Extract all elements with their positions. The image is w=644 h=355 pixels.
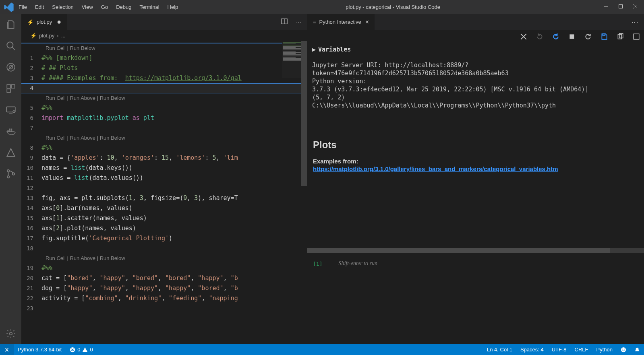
status-encoding[interactable]: UTF-8 bbox=[548, 347, 571, 353]
svg-rect-19 bbox=[11, 129, 12, 130]
status-language[interactable]: Python bbox=[592, 347, 617, 353]
interactive-output[interactable]: Jupyter Server URI: http://localhost:888… bbox=[307, 55, 644, 131]
status-problems[interactable]: 0 0 bbox=[66, 347, 97, 353]
svg-point-22 bbox=[12, 173, 14, 175]
menu-selection[interactable]: Selection bbox=[48, 2, 77, 12]
svg-point-21 bbox=[7, 176, 9, 178]
menu-terminal[interactable]: Terminal bbox=[135, 2, 163, 12]
close-tab-icon[interactable]: × bbox=[365, 19, 369, 26]
extensions-icon[interactable] bbox=[5, 83, 17, 94]
line-number: 21 bbox=[21, 283, 41, 293]
line-number: 10 bbox=[21, 163, 41, 173]
svg-rect-18 bbox=[9, 129, 10, 130]
line-number: 14 bbox=[21, 203, 41, 213]
output-scrollbar[interactable] bbox=[307, 248, 644, 253]
svg-rect-10 bbox=[11, 85, 15, 88]
svg-point-38 bbox=[624, 349, 625, 349]
activity-bar bbox=[0, 14, 21, 344]
svg-line-7 bbox=[8, 64, 14, 70]
examples-link[interactable]: https://matplotlib.org/3.1.0/gallery/lin… bbox=[313, 165, 558, 172]
examples-label: Examples from: bbox=[313, 158, 638, 165]
menu-debug[interactable]: Debug bbox=[112, 2, 135, 12]
svg-rect-11 bbox=[7, 89, 10, 93]
window-close-icon[interactable] bbox=[633, 4, 638, 10]
stop-icon[interactable] bbox=[568, 33, 576, 41]
input-prompt: [1] bbox=[313, 261, 322, 267]
line-number: 3 bbox=[21, 73, 41, 83]
svg-point-36 bbox=[621, 347, 626, 352]
menu-help[interactable]: Help bbox=[164, 2, 182, 12]
breadcrumb-sep: › bbox=[57, 33, 58, 39]
menu-go[interactable]: Go bbox=[97, 2, 112, 12]
menu-view[interactable]: View bbox=[78, 2, 97, 12]
tab-dirty-indicator: ● bbox=[57, 18, 61, 26]
close-icon[interactable] bbox=[520, 33, 527, 41]
restart-icon[interactable] bbox=[584, 33, 592, 41]
settings-gear-icon[interactable] bbox=[5, 328, 17, 339]
line-number: 16 bbox=[21, 223, 41, 233]
status-bar: Python 3.7.3 64-bit 0 0 Ln 4, Col 1 Spac… bbox=[0, 344, 644, 355]
save-icon[interactable] bbox=[601, 33, 608, 41]
menu-file[interactable]: File bbox=[14, 2, 31, 12]
breadcrumb[interactable]: ⚡ plot.py › ... bbox=[21, 30, 307, 41]
codelens-run-cell[interactable]: Run Cell | Run Above | Run Below bbox=[21, 93, 307, 103]
python-file-icon: ⚡ bbox=[27, 19, 34, 25]
list-icon: ≡ bbox=[313, 19, 316, 25]
line-number: 7 bbox=[21, 123, 41, 133]
split-editor-icon[interactable] bbox=[281, 18, 288, 26]
debug-disabled-icon[interactable] bbox=[5, 62, 17, 73]
azure-icon[interactable] bbox=[5, 147, 17, 158]
line-number: 2 bbox=[21, 63, 41, 73]
line-number: 19 bbox=[21, 263, 41, 273]
files-icon[interactable] bbox=[5, 19, 17, 30]
status-notifications-icon[interactable] bbox=[630, 347, 644, 353]
tab-plot-py[interactable]: ⚡ plot.py ● bbox=[21, 14, 67, 30]
more-actions-icon[interactable]: ⋯ bbox=[296, 19, 301, 25]
window-maximize-icon[interactable] bbox=[618, 4, 623, 10]
code-editor[interactable]: Run Cell | Run Below 1#%% [markdown] 2# … bbox=[21, 41, 307, 344]
line-number: 5 bbox=[21, 103, 41, 113]
editor-tab-bar: ⚡ plot.py ● ⋯ bbox=[21, 14, 307, 30]
interactive-toolbar bbox=[307, 30, 644, 44]
status-eol[interactable]: CRLF bbox=[571, 347, 592, 353]
vscode-logo-icon bbox=[3, 2, 14, 13]
undo-icon[interactable] bbox=[552, 33, 559, 41]
docker-icon[interactable] bbox=[5, 126, 17, 137]
status-indentation[interactable]: Spaces: 4 bbox=[516, 347, 548, 353]
status-cursor-position[interactable]: Ln 4, Col 1 bbox=[483, 347, 516, 353]
breadcrumb-tail: ... bbox=[61, 33, 66, 39]
status-feedback-icon[interactable] bbox=[617, 347, 630, 353]
window-title: plot.py - categorical - Visual Studio Co… bbox=[182, 4, 604, 10]
search-icon[interactable] bbox=[5, 40, 17, 52]
plots-output-panel: Plots Examples from: https://matplotlib.… bbox=[307, 131, 644, 248]
window-minimize-icon[interactable] bbox=[604, 4, 609, 10]
status-python-env[interactable]: Python 3.7.3 64-bit bbox=[14, 347, 66, 353]
svg-rect-28 bbox=[569, 34, 574, 39]
codelens-run-cell[interactable]: Run Cell | Run Above | Run Below bbox=[21, 133, 307, 143]
input-hint: Shift-enter to run bbox=[338, 260, 377, 267]
plots-heading: Plots bbox=[313, 139, 638, 151]
source-control-icon[interactable] bbox=[5, 168, 17, 180]
redo-icon[interactable] bbox=[536, 33, 543, 41]
variables-section[interactable]: ▶ Variables bbox=[307, 44, 644, 55]
remote-indicator[interactable] bbox=[0, 344, 14, 355]
remote-icon[interactable] bbox=[5, 104, 17, 116]
svg-rect-32 bbox=[634, 34, 639, 39]
editor-scrollbar[interactable] bbox=[301, 41, 307, 186]
copy-icon[interactable] bbox=[617, 33, 624, 41]
tab-python-interactive[interactable]: ≡ Python Interactive × bbox=[307, 14, 375, 30]
interactive-input[interactable]: [1] Shift-enter to run bbox=[307, 253, 644, 274]
expand-triangle-icon: ▶ bbox=[312, 46, 316, 53]
line-number: 1 bbox=[21, 53, 41, 63]
codelens-run-cell[interactable]: Run Cell | Run Below bbox=[21, 43, 307, 53]
more-actions-icon[interactable]: ⋯ bbox=[631, 18, 638, 27]
expand-icon[interactable] bbox=[633, 33, 640, 41]
svg-point-37 bbox=[622, 349, 623, 349]
titlebar: File Edit Selection View Go Debug Termin… bbox=[0, 0, 644, 14]
interactive-tab-bar: ≡ Python Interactive × ⋯ bbox=[307, 14, 644, 30]
line-number: 22 bbox=[21, 293, 41, 303]
line-number: 17 bbox=[21, 233, 41, 244]
menu-edit[interactable]: Edit bbox=[31, 2, 48, 12]
codelens-run-cell[interactable]: Run Cell | Run Above | Run Below bbox=[21, 254, 307, 263]
tab-filename: plot.py bbox=[37, 19, 52, 25]
